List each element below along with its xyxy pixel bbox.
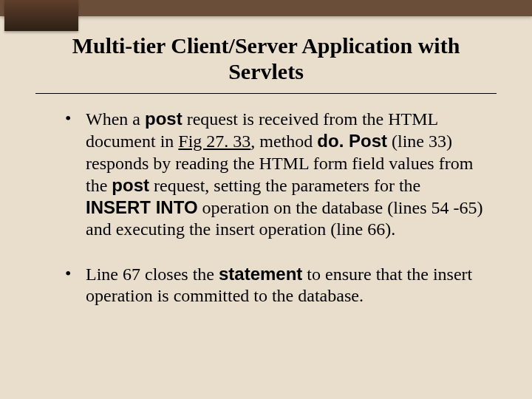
corner-tab [4,0,78,31]
bold-post: post [145,109,183,129]
text: request, setting the parameters for the [149,176,420,195]
bullet-1: When a post request is received from the… [65,108,488,241]
bold-post2: post [112,175,149,195]
slide-title: Multi-tier Client/Server Application wit… [0,33,532,85]
slide: Multi-tier Client/Server Application wit… [0,0,532,399]
text: Line 67 closes the [86,265,219,284]
bold-insert: INSERT INTO [86,197,198,217]
fig-link[interactable]: Fig 27. 33 [178,132,250,151]
bullet-2: Line 67 closes the statement to ensure t… [65,263,488,307]
bold-dopost: do. Post [317,131,387,151]
bold-statement: statement [219,264,302,284]
text: When a [86,109,145,129]
slide-body: When a post request is received from the… [65,108,488,329]
text: , method [250,132,317,151]
top-bar [0,0,532,16]
title-underline [35,93,497,94]
